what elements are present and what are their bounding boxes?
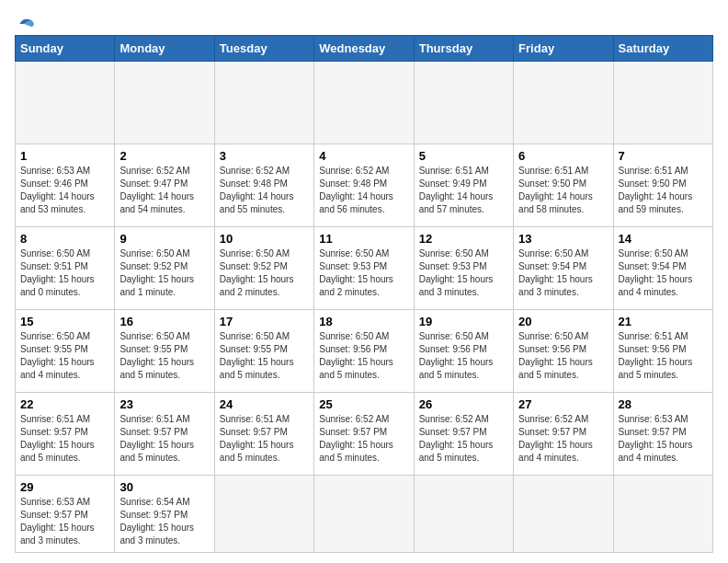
- day-info: Sunrise: 6:52 AMSunset: 9:57 PMDaylight:…: [419, 413, 508, 465]
- day-number: 9: [119, 232, 209, 246]
- day-number: 11: [319, 232, 408, 246]
- day-info: Sunrise: 6:52 AMSunset: 9:48 PMDaylight:…: [319, 165, 408, 216]
- day-info: Sunrise: 6:52 AMSunset: 9:47 PMDaylight:…: [119, 165, 209, 216]
- calendar-cell: [514, 62, 613, 144]
- calendar-week-row: 1Sunrise: 6:53 AMSunset: 9:46 PMDaylight…: [16, 144, 713, 227]
- calendar-cell: 5Sunrise: 6:51 AMSunset: 9:49 PMDaylight…: [414, 144, 513, 227]
- day-info: Sunrise: 6:53 AMSunset: 9:46 PMDaylight:…: [20, 165, 109, 216]
- day-info: Sunrise: 6:51 AMSunset: 9:50 PMDaylight:…: [619, 165, 708, 216]
- day-info: Sunrise: 6:50 AMSunset: 9:55 PMDaylight:…: [119, 330, 209, 382]
- logo: [15, 15, 35, 28]
- day-info: Sunrise: 6:50 AMSunset: 9:53 PMDaylight:…: [319, 247, 408, 299]
- day-number: 6: [518, 149, 608, 163]
- day-number: 12: [419, 232, 508, 246]
- day-number: 13: [518, 232, 608, 246]
- calendar-cell: [214, 62, 313, 144]
- calendar-cell: 17Sunrise: 6:50 AMSunset: 9:55 PMDayligh…: [214, 310, 313, 393]
- day-number: 3: [220, 149, 309, 163]
- day-number: 24: [220, 397, 309, 411]
- calendar-week-row: 29Sunrise: 6:53 AMSunset: 9:57 PMDayligh…: [16, 476, 713, 553]
- calendar-cell: 24Sunrise: 6:51 AMSunset: 9:57 PMDayligh…: [214, 393, 313, 476]
- calendar-cell: 16Sunrise: 6:50 AMSunset: 9:55 PMDayligh…: [115, 310, 214, 393]
- page-header: [15, 15, 713, 28]
- calendar-cell: 25Sunrise: 6:52 AMSunset: 9:57 PMDayligh…: [314, 393, 414, 476]
- day-info: Sunrise: 6:52 AMSunset: 9:48 PMDaylight:…: [220, 165, 309, 216]
- calendar-cell: [214, 476, 313, 553]
- calendar-cell: 28Sunrise: 6:53 AMSunset: 9:57 PMDayligh…: [613, 393, 712, 476]
- day-number: 20: [518, 315, 608, 328]
- logo-icon: [17, 15, 35, 33]
- calendar-week-row: 22Sunrise: 6:51 AMSunset: 9:57 PMDayligh…: [16, 393, 713, 476]
- day-info: Sunrise: 6:53 AMSunset: 9:57 PMDaylight:…: [619, 413, 708, 465]
- calendar-cell: [613, 62, 712, 144]
- calendar-cell: 19Sunrise: 6:50 AMSunset: 9:56 PMDayligh…: [414, 310, 513, 393]
- day-number: 19: [419, 315, 508, 328]
- day-info: Sunrise: 6:50 AMSunset: 9:55 PMDaylight:…: [220, 330, 309, 382]
- calendar-cell: 21Sunrise: 6:51 AMSunset: 9:56 PMDayligh…: [613, 310, 712, 393]
- day-info: Sunrise: 6:50 AMSunset: 9:51 PMDaylight:…: [20, 247, 109, 299]
- calendar-cell: 18Sunrise: 6:50 AMSunset: 9:56 PMDayligh…: [314, 310, 414, 393]
- calendar-cell: 30Sunrise: 6:54 AMSunset: 9:57 PMDayligh…: [115, 476, 214, 553]
- calendar-cell: [115, 62, 214, 144]
- calendar-cell: 13Sunrise: 6:50 AMSunset: 9:54 PMDayligh…: [514, 227, 613, 310]
- calendar-cell: 1Sunrise: 6:53 AMSunset: 9:46 PMDaylight…: [16, 144, 115, 227]
- calendar-cell: [314, 62, 414, 144]
- day-info: Sunrise: 6:52 AMSunset: 9:57 PMDaylight:…: [518, 413, 608, 465]
- day-info: Sunrise: 6:50 AMSunset: 9:56 PMDaylight:…: [319, 330, 408, 382]
- day-number: 25: [319, 397, 408, 411]
- day-info: Sunrise: 6:50 AMSunset: 9:54 PMDaylight:…: [619, 247, 708, 299]
- day-info: Sunrise: 6:51 AMSunset: 9:50 PMDaylight:…: [518, 165, 608, 216]
- calendar-week-row: 15Sunrise: 6:50 AMSunset: 9:55 PMDayligh…: [16, 310, 713, 393]
- calendar-cell: 23Sunrise: 6:51 AMSunset: 9:57 PMDayligh…: [115, 393, 214, 476]
- day-number: 14: [619, 232, 708, 246]
- calendar-header-friday: Friday: [514, 36, 613, 62]
- calendar-cell: 14Sunrise: 6:50 AMSunset: 9:54 PMDayligh…: [613, 227, 712, 310]
- day-info: Sunrise: 6:50 AMSunset: 9:56 PMDaylight:…: [518, 330, 608, 382]
- day-info: Sunrise: 6:51 AMSunset: 9:49 PMDaylight:…: [419, 165, 508, 216]
- calendar-header-thursday: Thursday: [414, 36, 513, 62]
- day-number: 17: [220, 315, 309, 328]
- calendar-cell: 20Sunrise: 6:50 AMSunset: 9:56 PMDayligh…: [514, 310, 613, 393]
- calendar-cell: 29Sunrise: 6:53 AMSunset: 9:57 PMDayligh…: [16, 476, 115, 553]
- calendar-cell: 27Sunrise: 6:52 AMSunset: 9:57 PMDayligh…: [514, 393, 613, 476]
- calendar-cell: [314, 476, 414, 553]
- calendar-cell: 7Sunrise: 6:51 AMSunset: 9:50 PMDaylight…: [613, 144, 712, 227]
- calendar-header-row: SundayMondayTuesdayWednesdayThursdayFrid…: [16, 36, 713, 62]
- day-info: Sunrise: 6:53 AMSunset: 9:57 PMDaylight:…: [20, 496, 109, 547]
- calendar: SundayMondayTuesdayWednesdayThursdayFrid…: [15, 35, 713, 553]
- calendar-cell: 12Sunrise: 6:50 AMSunset: 9:53 PMDayligh…: [414, 227, 513, 310]
- calendar-cell: [16, 62, 115, 144]
- day-info: Sunrise: 6:50 AMSunset: 9:52 PMDaylight:…: [119, 247, 209, 299]
- calendar-cell: 22Sunrise: 6:51 AMSunset: 9:57 PMDayligh…: [16, 393, 115, 476]
- day-number: 16: [119, 315, 209, 328]
- day-number: 26: [419, 397, 508, 411]
- calendar-cell: 26Sunrise: 6:52 AMSunset: 9:57 PMDayligh…: [414, 393, 513, 476]
- day-number: 15: [20, 315, 109, 328]
- day-number: 1: [20, 149, 109, 163]
- day-number: 21: [619, 315, 708, 328]
- day-number: 8: [20, 232, 109, 246]
- calendar-cell: 10Sunrise: 6:50 AMSunset: 9:52 PMDayligh…: [214, 227, 313, 310]
- calendar-cell: [414, 62, 513, 144]
- day-info: Sunrise: 6:52 AMSunset: 9:57 PMDaylight:…: [319, 413, 408, 465]
- day-number: 7: [619, 149, 708, 163]
- day-info: Sunrise: 6:50 AMSunset: 9:54 PMDaylight:…: [518, 247, 608, 299]
- calendar-header-sunday: Sunday: [16, 36, 115, 62]
- day-info: Sunrise: 6:51 AMSunset: 9:57 PMDaylight:…: [220, 413, 309, 465]
- calendar-cell: 8Sunrise: 6:50 AMSunset: 9:51 PMDaylight…: [16, 227, 115, 310]
- day-info: Sunrise: 6:50 AMSunset: 9:52 PMDaylight:…: [220, 247, 309, 299]
- day-info: Sunrise: 6:51 AMSunset: 9:56 PMDaylight:…: [619, 330, 708, 382]
- calendar-cell: 3Sunrise: 6:52 AMSunset: 9:48 PMDaylight…: [214, 144, 313, 227]
- day-number: 4: [319, 149, 408, 163]
- calendar-cell: 11Sunrise: 6:50 AMSunset: 9:53 PMDayligh…: [314, 227, 414, 310]
- calendar-cell: 6Sunrise: 6:51 AMSunset: 9:50 PMDaylight…: [514, 144, 613, 227]
- day-number: 2: [119, 149, 209, 163]
- calendar-cell: [414, 476, 513, 553]
- day-number: 18: [319, 315, 408, 328]
- day-number: 29: [20, 480, 109, 494]
- calendar-cell: 9Sunrise: 6:50 AMSunset: 9:52 PMDaylight…: [115, 227, 214, 310]
- calendar-week-row: [16, 62, 713, 144]
- day-number: 23: [119, 397, 209, 411]
- day-number: 27: [518, 397, 608, 411]
- calendar-cell: 15Sunrise: 6:50 AMSunset: 9:55 PMDayligh…: [16, 310, 115, 393]
